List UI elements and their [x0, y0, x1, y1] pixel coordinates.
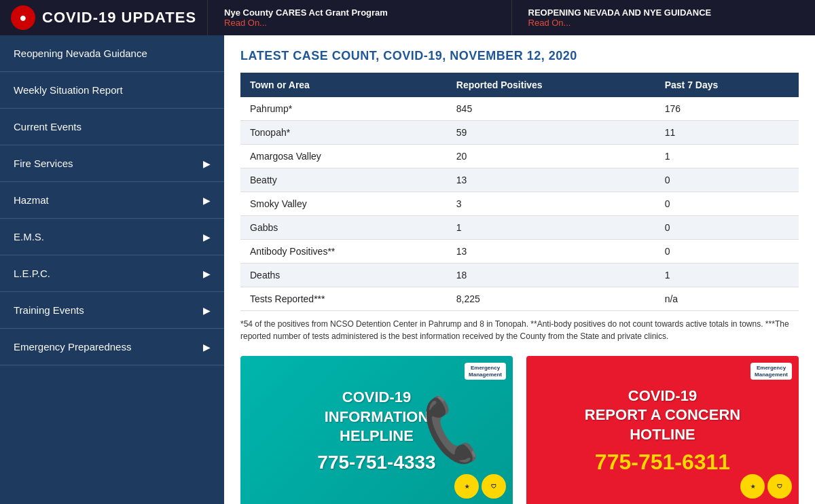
sidebar-item-label: E.M.S. [14, 231, 44, 242]
table-cell: n/a [655, 287, 799, 311]
shield-4: 🛡 [767, 474, 792, 499]
sidebar-item[interactable]: Reopening Nevada Guidance [0, 35, 224, 72]
case-count-title: LATEST CASE COUNT, COVID-19, NOVEMBER 12… [240, 49, 799, 63]
banner-links-area: Nye County CARES Act Grant Program Read … [207, 0, 815, 35]
sidebar-item-label: L.E.P.C. [14, 268, 50, 279]
sidebar-item[interactable]: Hazmat▶ [0, 182, 224, 219]
banners-row: EmergencyManagement COVID-19INFORMATIONH… [240, 356, 799, 504]
table-cell: Deaths [240, 264, 447, 287]
table-cell: 0 [655, 168, 799, 192]
shield-badges-teal: ★ 🛡 [454, 474, 506, 499]
col-header-positives: Reported Positives [447, 73, 655, 97]
sidebar-item[interactable]: Current Events [0, 109, 224, 145]
table-cell: Pahrump* [240, 97, 447, 121]
table-row: Smoky Valley30 [240, 192, 799, 216]
brand-area: ● COVID-19 UPDATES [0, 5, 207, 30]
chevron-right-icon: ▶ [203, 158, 211, 169]
table-cell: 59 [447, 121, 655, 145]
table-cell: Smoky Valley [240, 192, 447, 216]
chevron-right-icon: ▶ [203, 195, 211, 206]
shield-badges-red: ★ 🛡 [740, 474, 792, 499]
table-row: Pahrump*845176 [240, 97, 799, 121]
table-row: Antibody Positives**130 [240, 240, 799, 264]
helpline-banner-visual: EmergencyManagement COVID-19INFORMATIONH… [240, 356, 513, 504]
table-cell: 3 [447, 192, 655, 216]
table-row: Deaths181 [240, 264, 799, 287]
case-count-table: Town or Area Reported Positives Past 7 D… [240, 73, 799, 311]
table-row: Gabbs10 [240, 216, 799, 240]
sidebar-item[interactable]: Fire Services▶ [0, 145, 224, 182]
sidebar-item[interactable]: L.E.P.C.▶ [0, 255, 224, 292]
table-cell: 20 [447, 145, 655, 168]
sidebar-item[interactable]: Weekly Situation Report [0, 72, 224, 109]
table-footnote: *54 of the positives from NCSO Detention… [240, 318, 799, 342]
sidebar-item-label: Reopening Nevada Guidance [14, 48, 147, 59]
table-cell: 845 [447, 97, 655, 121]
table-cell: 1 [655, 145, 799, 168]
col-header-town: Town or Area [240, 73, 447, 97]
sidebar-item[interactable]: E.M.S.▶ [0, 219, 224, 255]
table-cell: Antibody Positives** [240, 240, 447, 264]
chevron-right-icon: ▶ [203, 342, 211, 353]
hotline-banner-visual: EmergencyManagement COVID-19REPORT A CON… [526, 356, 799, 504]
helpline-banner[interactable]: EmergencyManagement COVID-19INFORMATIONH… [240, 356, 513, 504]
shield-1: ★ [454, 474, 479, 499]
sidebar-item-label: Current Events [14, 121, 82, 132]
sidebar-item[interactable]: Training Events▶ [0, 292, 224, 329]
table-cell: 1 [655, 264, 799, 287]
top-banner: ● COVID-19 UPDATES Nye County CARES Act … [0, 0, 815, 35]
hotline-main-text: COVID-19REPORT A CONCERNHOTLINE [540, 386, 785, 445]
table-cell: Tests Reported*** [240, 287, 447, 311]
table-row: Tests Reported***8,225n/a [240, 287, 799, 311]
chevron-right-icon: ▶ [203, 232, 211, 242]
table-row: Tonopah*5911 [240, 121, 799, 145]
brand-title: COVID-19 UPDATES [42, 9, 196, 26]
table-cell: 8,225 [447, 287, 655, 311]
table-cell: Gabbs [240, 216, 447, 240]
reopening-link-sub[interactable]: Read On... [528, 18, 799, 28]
reopening-link-title: REOPENING NEVADA AND NYE GUIDANCE [528, 7, 799, 18]
sidebar-item-label: Training Events [14, 304, 84, 316]
banner-link-cares[interactable]: Nye County CARES Act Grant Program Read … [207, 0, 511, 35]
col-header-past7: Past 7 Days [655, 73, 799, 97]
table-row: Amargosa Valley201 [240, 145, 799, 168]
cares-link-title: Nye County CARES Act Grant Program [224, 7, 494, 18]
covid-icon: ● [11, 5, 35, 30]
sidebar-item-label: Weekly Situation Report [14, 84, 123, 96]
page-layout: Reopening Nevada GuidanceWeekly Situatio… [0, 35, 815, 504]
table-cell: 18 [447, 264, 655, 287]
em-badge-teal: EmergencyManagement [465, 363, 506, 380]
table-cell: Beatty [240, 168, 447, 192]
table-cell: 1 [447, 216, 655, 240]
hotline-text-block: COVID-19REPORT A CONCERNHOTLINE 775-751-… [540, 386, 785, 475]
cares-link-sub[interactable]: Read On... [224, 18, 494, 28]
table-row: Beatty130 [240, 168, 799, 192]
table-cell: 0 [655, 216, 799, 240]
table-cell: Tonopah* [240, 121, 447, 145]
sidebar-item-label: Hazmat [14, 194, 49, 206]
chevron-right-icon: ▶ [203, 268, 211, 279]
hotline-phone: 775-751-6311 [540, 450, 785, 475]
table-cell: 0 [655, 240, 799, 264]
chevron-right-icon: ▶ [203, 305, 211, 316]
table-cell: 11 [655, 121, 799, 145]
hotline-banner[interactable]: EmergencyManagement COVID-19REPORT A CON… [526, 356, 799, 504]
table-cell: 176 [655, 97, 799, 121]
table-cell: Amargosa Valley [240, 145, 447, 168]
sidebar: Reopening Nevada GuidanceWeekly Situatio… [0, 35, 224, 504]
em-badge-red: EmergencyManagement [750, 363, 792, 380]
shield-3: ★ [740, 474, 765, 499]
sidebar-item-label: Emergency Preparedness [14, 341, 131, 353]
table-cell: 0 [655, 192, 799, 216]
main-content: LATEST CASE COUNT, COVID-19, NOVEMBER 12… [224, 35, 815, 504]
sidebar-item[interactable]: Emergency Preparedness▶ [0, 329, 224, 365]
shield-2: 🛡 [482, 474, 506, 499]
banner-link-reopening[interactable]: REOPENING NEVADA AND NYE GUIDANCE Read O… [511, 0, 815, 35]
table-cell: 13 [447, 240, 655, 264]
table-cell: 13 [447, 168, 655, 192]
sidebar-item-label: Fire Services [14, 158, 73, 169]
